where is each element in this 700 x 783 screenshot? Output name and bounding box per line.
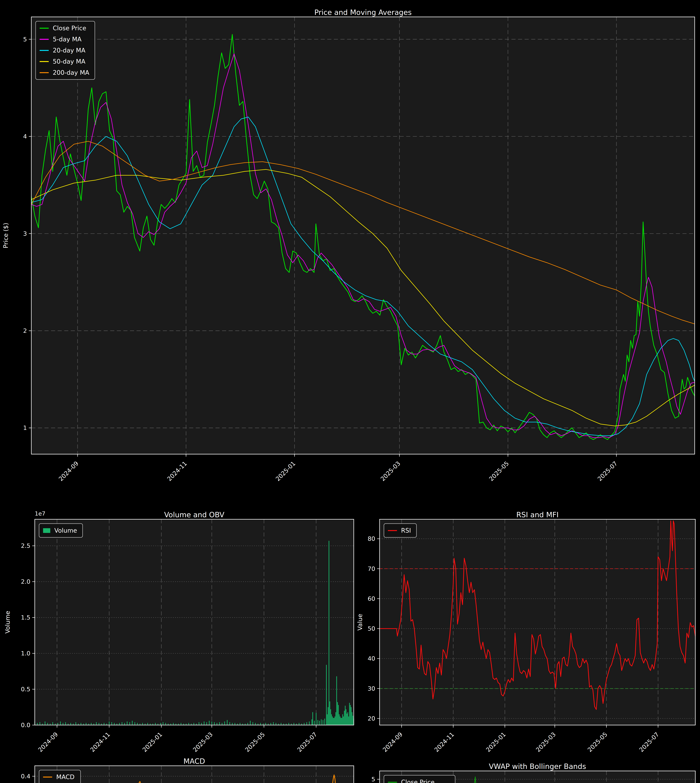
volume-bar <box>181 723 181 725</box>
volume-bar <box>188 723 189 725</box>
volume-bar <box>343 716 344 725</box>
macd-plot: 0.40.30.20.10.0−0.1−0.2−0.3−0.42024-0920… <box>35 766 354 783</box>
y-tick-label: 60 <box>368 595 375 602</box>
volume-bar <box>312 712 313 725</box>
volume-bar <box>276 723 276 725</box>
volume-bar <box>193 723 194 725</box>
volume-bar <box>45 721 45 725</box>
volume-bar <box>338 705 338 725</box>
legend-item: Volume <box>43 527 77 534</box>
volume-bar <box>37 723 38 725</box>
legend-item: Close Price <box>388 779 450 783</box>
volume-obv-title: Volume and OBV <box>35 510 354 519</box>
volume-bar <box>335 716 335 725</box>
volume-bar <box>341 718 341 725</box>
x-tick-label: 2025-01 <box>274 460 297 482</box>
volume-bar <box>81 723 81 725</box>
volume-bar <box>273 722 273 725</box>
x-tick-label: 2024-09 <box>382 731 404 753</box>
volume-bar <box>342 718 342 725</box>
volume-obv-panel: Volume and OBV 0.00.51.01.52.02.52024-09… <box>35 519 354 725</box>
legend-line-swatch <box>40 61 49 62</box>
volume-bar <box>165 723 166 725</box>
volume-bar <box>334 718 334 725</box>
rsi-mfi-plot: 203040506070802024-092024-112025-012025-… <box>380 519 695 725</box>
x-tick-label: 2024-09 <box>37 731 59 753</box>
legend-item: 20-day MA <box>40 47 89 54</box>
axis-offset-label: 1e7 <box>35 510 45 517</box>
vwap-bb-title: VWAP with Bollinger Bands <box>380 762 695 771</box>
vwap-bb-panel: VWAP with Bollinger Bands 123452024-0920… <box>380 771 695 783</box>
volume-bar <box>321 719 322 725</box>
legend-line-swatch <box>388 530 397 531</box>
macd-title: MACD <box>35 757 354 765</box>
x-tick-label: 2024-11 <box>433 731 455 753</box>
y-tick-label: 70 <box>368 565 375 572</box>
y-tick-label: 3 <box>23 230 27 237</box>
legend-line-swatch <box>388 782 397 783</box>
volume-bar <box>222 723 222 725</box>
x-tick-label: 2025-05 <box>586 731 608 753</box>
technical-analysis-dashboard: Price and Moving Averages 123452024-0920… <box>0 0 700 783</box>
volume-bar <box>260 723 261 725</box>
volume-bar <box>314 721 315 725</box>
legend-item: MACD <box>43 773 75 780</box>
volume-bar <box>206 722 207 725</box>
y-tick-label: 2 <box>23 327 27 334</box>
legend-line-swatch <box>40 72 49 73</box>
volume-bar <box>346 709 347 725</box>
volume-bar <box>127 721 127 725</box>
volume-bar <box>344 711 345 725</box>
volume-bar <box>229 722 230 725</box>
volume-bar <box>349 703 350 725</box>
legend-patch-swatch <box>43 528 50 533</box>
x-tick-label: 2024-11 <box>89 731 111 753</box>
rsi-mfi-panel: RSI and MFI 203040506070802024-092024-11… <box>380 519 695 725</box>
legend-label: Close Price <box>53 25 86 32</box>
volume-bar <box>60 721 61 725</box>
volume-bar <box>332 716 333 725</box>
volume-bar <box>328 707 328 725</box>
volume-bar <box>132 721 132 725</box>
volume-bar <box>201 723 202 725</box>
y-tick-label: 50 <box>368 625 375 632</box>
volume-bar <box>57 723 58 725</box>
volume-bar <box>293 723 294 725</box>
y-axis-label: Price ($) <box>2 223 9 248</box>
legend-item: 200-day MA <box>40 69 89 76</box>
volume-bar <box>324 719 325 725</box>
volume-bar <box>333 718 333 725</box>
y-tick-label: 80 <box>368 535 375 542</box>
volume-bar <box>347 712 348 725</box>
legend-line-swatch <box>43 776 52 778</box>
volume-bar <box>250 721 250 725</box>
legend-line-swatch <box>40 28 49 29</box>
volume-bar <box>347 714 347 725</box>
volume-bar <box>96 722 97 725</box>
volume-bar <box>232 723 233 725</box>
legend-label: 50-day MA <box>53 58 85 65</box>
volume-bar <box>124 723 125 725</box>
volume-bar <box>327 714 328 725</box>
volume-bar <box>212 721 212 725</box>
y-tick-label: 0.4 <box>21 773 30 780</box>
legend-label: Close Price <box>401 779 435 783</box>
legend-label: 200-day MA <box>53 69 89 76</box>
axes-background <box>31 17 695 454</box>
volume-bar <box>342 714 343 725</box>
volume-bar <box>75 722 76 725</box>
volume-bar <box>352 712 352 725</box>
volume-bar <box>214 722 215 725</box>
volume-bar <box>63 723 63 725</box>
x-tick-label: 2025-03 <box>379 460 402 482</box>
volume-bar <box>209 721 210 725</box>
volume-bar <box>198 722 199 725</box>
x-tick-label: 2024-11 <box>166 460 188 482</box>
volume-bar <box>323 720 323 725</box>
x-tick-label: 2024-09 <box>57 460 80 482</box>
volume-bar <box>173 723 174 725</box>
price-ma-legend: Close Price5-day MA20-day MA50-day MA200… <box>35 21 95 80</box>
x-tick-label: 2025-03 <box>192 731 214 753</box>
volume-bar <box>91 723 92 725</box>
volume-bar <box>316 713 317 725</box>
